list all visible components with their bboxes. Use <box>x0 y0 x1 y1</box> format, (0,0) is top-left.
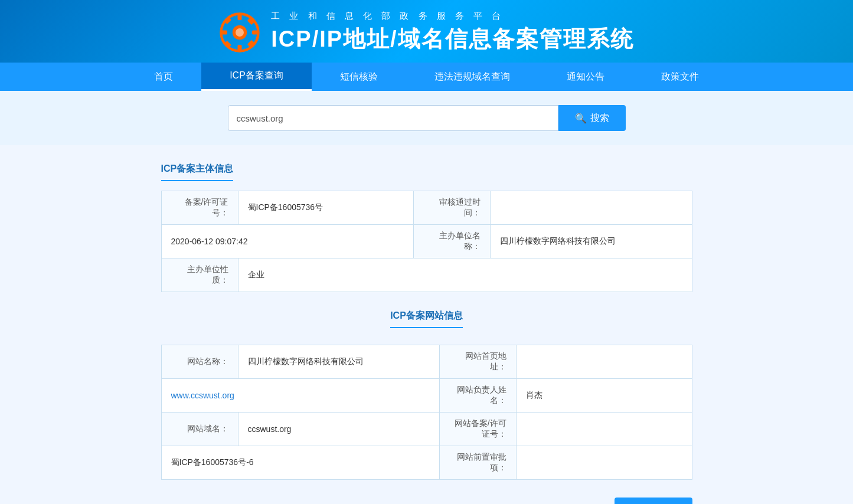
main-content: ICP备案主体信息 备案/许可证号： 蜀ICP备16005736号 审核通过时间… <box>161 163 692 504</box>
col-label: 备案/许可证号： <box>161 191 238 225</box>
svg-point-10 <box>236 28 244 37</box>
col-value[interactable]: www.ccswust.org <box>161 379 439 413</box>
table-row: www.ccswust.org 网站负责人姓名： 肖杰 <box>161 379 692 413</box>
host-nature-value: 企业 <box>248 270 264 279</box>
col-value: 2020-06-12 09:07:42 <box>161 225 414 258</box>
website-link[interactable]: www.ccswust.org <box>171 391 234 400</box>
col-value <box>491 191 692 225</box>
search-icon: 🔍 <box>575 113 587 124</box>
col-label: 主办单位性质： <box>161 258 238 292</box>
icp-host-section-title: ICP备案主体信息 <box>161 163 234 181</box>
search-input[interactable]: ccswust.org <box>228 105 558 131</box>
table-row: 2020-06-12 09:07:42 主办单位名称： 四川柠檬数字网络科技有限… <box>161 225 692 258</box>
col-value <box>516 446 692 480</box>
svg-rect-6 <box>224 17 231 24</box>
icp-host-table: 备案/许可证号： 蜀ICP备16005736号 审核通过时间： 2020-06-… <box>161 191 692 292</box>
return-btn-row: 返回查询结果 <box>161 498 692 504</box>
icp-website-section-title: ICP备案网站信息 <box>390 310 463 328</box>
col-value: ccswust.org <box>238 413 439 446</box>
nav-item-icp[interactable]: ICP备案查询 <box>201 63 312 91</box>
site-logo <box>219 12 260 53</box>
nav-item-policy[interactable]: 政策文件 <box>633 63 727 91</box>
table-row: 蜀ICP备16005736号-6 网站前置审批项： <box>161 446 692 480</box>
svg-rect-5 <box>252 31 259 35</box>
col-value <box>516 413 692 446</box>
svg-rect-2 <box>238 14 242 21</box>
svg-rect-4 <box>221 31 228 35</box>
icp-website-section: ICP备案网站信息 网站名称： 四川柠檬数字网络科技有限公司 网站首页地址： w… <box>161 310 692 480</box>
col-value: 四川柠檬数字网络科技有限公司 <box>238 345 439 379</box>
nav-item-sms[interactable]: 短信核验 <box>312 63 406 91</box>
table-row: 网站名称： 四川柠檬数字网络科技有限公司 网站首页地址： <box>161 345 692 379</box>
icp-host-section: ICP备案主体信息 备案/许可证号： 蜀ICP备16005736号 审核通过时间… <box>161 163 692 292</box>
col-value: 蜀ICP备16005736号-6 <box>161 446 439 480</box>
col-value: 四川柠檬数字网络科技有限公司 <box>491 225 692 258</box>
search-area: ccswust.org 🔍 搜索 <box>0 91 853 145</box>
col-label: 网站前置审批项： <box>439 446 516 480</box>
col-label: 主办单位名称： <box>414 225 491 258</box>
nav-item-violation[interactable]: 违法违规域名查询 <box>406 63 538 91</box>
header-text-block: 工 业 和 信 息 化 部 政 务 服 务 平 台 ICP/IP地址/域名信息备… <box>271 11 633 54</box>
table-row: 主办单位性质： 企业 <box>161 258 692 292</box>
nav-item-home[interactable]: 首页 <box>126 63 201 91</box>
icp-website-table: 网站名称： 四川柠檬数字网络科技有限公司 网站首页地址： www.ccswust… <box>161 345 692 480</box>
search-button-label: 搜索 <box>590 112 609 125</box>
col-label: 网站名称： <box>161 345 238 379</box>
col-value <box>516 345 692 379</box>
col-label: 审核通过时间： <box>414 191 491 225</box>
search-button[interactable]: 🔍 搜索 <box>558 105 626 131</box>
page-header: 工 业 和 信 息 化 部 政 务 服 务 平 台 ICP/IP地址/域名信息备… <box>0 0 853 63</box>
col-label: 网站负责人姓名： <box>439 379 516 413</box>
col-label: 网站备案/许可证号： <box>439 413 516 446</box>
nav-item-notice[interactable]: 通知公告 <box>538 63 633 91</box>
col-value: 蜀ICP备16005736号 <box>238 191 414 225</box>
table-row: 网站域名： ccswust.org 网站备案/许可证号： <box>161 413 692 446</box>
col-label: 网站首页地址： <box>439 345 516 379</box>
main-nav: 首页 ICP备案查询 短信核验 违法违规域名查询 通知公告 政策文件 <box>0 63 853 91</box>
svg-rect-8 <box>224 41 231 48</box>
return-button[interactable]: 返回查询结果 <box>615 498 692 504</box>
col-label: 网站域名： <box>161 413 238 446</box>
table-row: 备案/许可证号： 蜀ICP备16005736号 审核通过时间： <box>161 191 692 225</box>
header-title: ICP/IP地址/域名信息备案管理系统 <box>271 24 633 54</box>
svg-rect-3 <box>238 45 242 51</box>
header-subtitle: 工 业 和 信 息 化 部 政 务 服 务 平 台 <box>271 11 504 22</box>
col-value: 企业 <box>238 258 692 292</box>
col-value: 肖杰 <box>516 379 692 413</box>
